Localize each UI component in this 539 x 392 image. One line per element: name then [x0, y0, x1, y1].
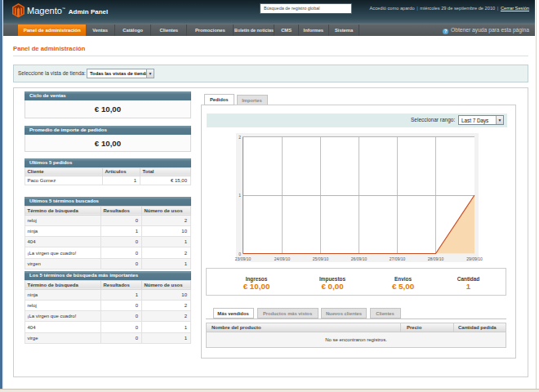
svg-text:26/09/10: 26/09/10 [351, 256, 368, 261]
svg-text:25/09/10: 25/09/10 [313, 256, 329, 261]
svg-text:23/09/10: 23/09/10 [235, 256, 252, 261]
svg-text:27/09/10: 27/09/10 [390, 256, 406, 261]
svg-text:2: 2 [238, 135, 241, 140]
svg-text:1: 1 [238, 193, 241, 198]
svg-text:28/09/10: 28/09/10 [428, 256, 444, 261]
svg-text:0: 0 [238, 252, 241, 256]
svg-text:24/09/10: 24/09/10 [274, 256, 291, 261]
svg-text:29/09/10: 29/09/10 [466, 256, 483, 261]
